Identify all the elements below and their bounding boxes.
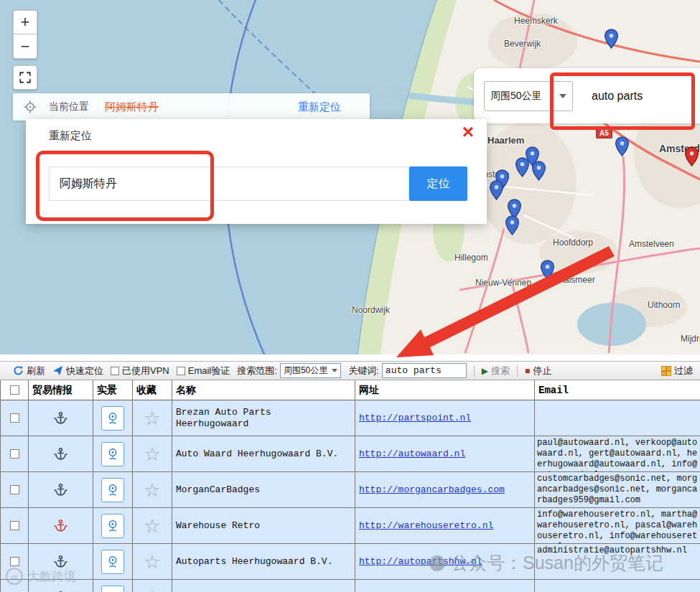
play-icon: ▶ (482, 366, 488, 376)
relocate-modal: 重新定位 × 定位 (26, 119, 487, 224)
map-pin[interactable] (615, 136, 630, 156)
website-cell: http://warehouseretro.nl (355, 508, 535, 543)
search-range-group: 搜索范围: 周围50公里 (237, 363, 341, 378)
website-cell: http://morgancarbadges.com (355, 472, 535, 507)
row-checkbox[interactable] (10, 521, 19, 530)
vpn-checkbox[interactable] (111, 367, 119, 375)
keyword-label: 关键词: (348, 365, 379, 377)
current-location-bar: 当前位置 阿姆斯特丹 重新定位 (13, 93, 370, 121)
trade-info-cell (29, 472, 93, 507)
filter-button[interactable]: 过滤 (661, 365, 693, 377)
anchor-icon[interactable] (54, 555, 67, 568)
website-cell: http://autopartshhw.nl (355, 544, 535, 579)
map-pin[interactable] (515, 157, 530, 177)
street-view-button[interactable] (101, 406, 124, 431)
street-view-button[interactable] (101, 478, 124, 502)
email-verify-label: Email验证 (188, 365, 230, 377)
map-canvas[interactable]: HeemskerkBeverwijkHaarlemHeemstedeAmster… (0, 0, 700, 354)
emails-cell: info@warehouseretro.nl, martha@warehouse… (535, 508, 700, 543)
header-email: Email (535, 380, 700, 400)
fullscreen-button[interactable] (13, 65, 37, 90)
grid-toolbar: 刷新 快速定位 已使用VPN Email验证 搜索范围: 周围50公里 关键词:… (0, 361, 700, 380)
website-link[interactable]: http://partspoint.nl (359, 413, 471, 423)
street-view-cell (93, 580, 133, 592)
website-link[interactable]: http://warehouseretro.nl (359, 520, 493, 531)
website-link[interactable]: http://morgancarbadges.com (359, 484, 505, 495)
favorite-cell: ☆ (133, 472, 172, 507)
street-view-cell (93, 472, 133, 507)
star-icon[interactable]: ☆ (144, 588, 160, 592)
header-checkbox-cell (0, 380, 29, 400)
street-view-cell (93, 508, 133, 543)
map-pin[interactable] (505, 215, 520, 235)
quick-locate-button[interactable]: 快速定位 (52, 365, 103, 377)
header-trade: 贸易情报 (29, 380, 93, 400)
header-name: 名称 (172, 380, 355, 400)
filter-grid-icon (661, 366, 671, 376)
street-view-cell (93, 400, 133, 436)
row-checkbox-cell (0, 508, 29, 543)
search-range-select[interactable]: 周围50公里 (280, 363, 341, 378)
relocate-link[interactable]: 重新定位 (298, 100, 341, 114)
search-range-value: 周围50公里 (284, 365, 327, 377)
email-verify-checkbox[interactable] (177, 367, 185, 375)
map-pin[interactable] (531, 161, 546, 181)
company-name: Brezan Auto Parts Heerhugowaard (172, 400, 355, 436)
street-view-button[interactable] (101, 442, 124, 466)
row-checkbox[interactable] (10, 557, 19, 566)
street-view-button[interactable] (101, 514, 124, 538)
favorite-cell: ☆ (133, 400, 172, 436)
dart-icon (52, 365, 63, 376)
map-pin[interactable] (489, 180, 504, 200)
anchor-icon[interactable] (54, 411, 67, 425)
star-icon[interactable]: ☆ (144, 517, 160, 535)
keyword-input[interactable]: auto parts (382, 363, 467, 378)
select-all-checkbox[interactable] (10, 385, 19, 395)
street-view-button[interactable] (101, 586, 124, 592)
row-checkbox[interactable] (10, 485, 19, 494)
anchor-icon[interactable] (54, 519, 67, 532)
search-range-label: 搜索范围: (237, 365, 277, 377)
star-icon[interactable]: ☆ (144, 445, 160, 464)
relocate-city-input[interactable] (49, 166, 409, 201)
chevron-down-icon (332, 369, 337, 372)
anchor-icon[interactable] (54, 483, 67, 497)
map-pin[interactable] (540, 260, 555, 280)
map-range-select[interactable]: 周围50公里 (484, 81, 573, 111)
row-checkbox[interactable] (10, 413, 19, 423)
company-name: Autoparts Heerhugowaard B.V. (172, 544, 355, 579)
table-row: ☆Brezan Auto Parts Heerhugowaardhttp://p… (0, 400, 700, 436)
search-button[interactable]: ▶ 搜索 (482, 365, 510, 377)
toolbar-separator (517, 365, 518, 377)
trade-info-cell (29, 544, 93, 579)
map-keyword-input[interactable]: auto parts (592, 90, 643, 103)
header-url: 网址 (355, 380, 535, 400)
anchor-icon[interactable] (54, 447, 67, 461)
street-view-button[interactable] (101, 550, 124, 574)
company-name (172, 580, 355, 592)
current-location-value: 阿姆斯特丹 (105, 100, 159, 114)
row-checkbox-cell (0, 400, 29, 436)
close-icon[interactable]: × (462, 122, 474, 142)
star-icon[interactable]: ☆ (144, 481, 160, 499)
star-icon[interactable]: ☆ (144, 553, 160, 571)
vpn-checkbox-group: 已使用VPN (111, 365, 169, 377)
row-checkbox[interactable] (10, 449, 19, 459)
map-pin-selected[interactable] (684, 146, 699, 166)
stop-button[interactable]: ■ 停止 (525, 365, 551, 377)
email-verify-checkbox-group: Email验证 (177, 365, 230, 377)
star-icon[interactable]: ☆ (144, 409, 160, 428)
refresh-button[interactable]: 刷新 (13, 365, 45, 377)
filter-label: 过滤 (674, 365, 693, 377)
target-icon (23, 100, 37, 114)
favorite-cell: ☆ (133, 436, 172, 471)
map-pin[interactable] (604, 29, 619, 49)
locate-button[interactable]: 定位 (409, 166, 467, 201)
emails-cell (535, 580, 700, 592)
zoom-in-button[interactable]: + (13, 10, 37, 34)
emails-cell: customcarbadges@sonic.net, morgancarbadg… (535, 472, 700, 507)
website-link[interactable]: http://autopartshhw.nl (359, 556, 482, 567)
website-link[interactable]: http://autowaard.nl (359, 448, 465, 459)
company-name: Warehouse Retro (172, 508, 355, 543)
zoom-out-button[interactable]: − (13, 34, 37, 59)
